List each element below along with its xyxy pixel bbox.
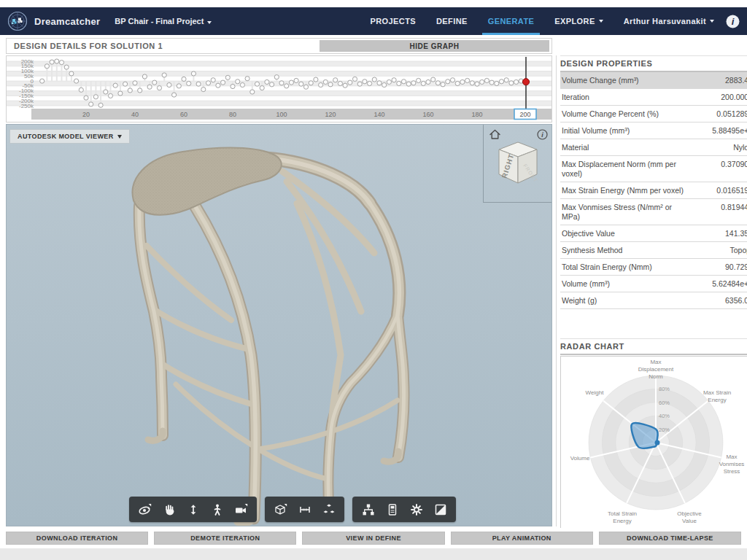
viewer-toolbar: [129, 497, 456, 522]
svg-text:20: 20: [82, 111, 90, 118]
chevron-down-icon: [710, 20, 714, 23]
property-row[interactable]: Objective Value 141.353: [560, 225, 747, 242]
svg-text:Max StrainEnergy: Max StrainEnergy: [703, 389, 731, 403]
svg-text:200: 200: [519, 111, 530, 118]
svg-text:i: i: [732, 16, 735, 27]
demote-iteration-button[interactable]: DEMOTE ITERATION: [154, 532, 296, 545]
svg-text:80: 80: [229, 111, 236, 118]
svg-text:140: 140: [374, 111, 384, 118]
view-cube-widget: i RIGHT FRONT: [483, 125, 552, 203]
user-menu[interactable]: Arthur Harsuvanakit: [624, 7, 714, 35]
svg-text:Total StrainEnergy: Total StrainEnergy: [608, 510, 637, 524]
settings-icon[interactable]: [404, 499, 428, 519]
svg-text:60%: 60%: [659, 400, 670, 406]
view-in-define-button[interactable]: VIEW IN DEFINE: [302, 532, 444, 545]
play-animation-button[interactable]: PLAY ANIMATION: [451, 532, 593, 545]
property-row[interactable]: Volume (mm³) 5.62484e+0: [560, 276, 747, 292]
tab-define[interactable]: DEFINE: [436, 7, 468, 35]
hide-graph-button[interactable]: HIDE GRAPH: [320, 40, 549, 52]
footer-bar: DOWNLOAD ITERATION DEMOTE ITERATION VIEW…: [0, 528, 747, 548]
section-icon[interactable]: [268, 499, 293, 519]
panel-divider: [556, 55, 557, 526]
radar-chart-title: RADAR CHART: [560, 338, 747, 355]
svg-text:Weight: Weight: [586, 389, 605, 396]
info-icon[interactable]: i: [726, 15, 740, 28]
model-viewport[interactable]: AUTODESK MODEL VIEWER i RIGHT FRONT: [6, 124, 552, 526]
tab-projects[interactable]: PROJECTS: [371, 7, 417, 35]
navigation-tool-group: [129, 497, 257, 522]
iteration-chart[interactable]: 20406080100120140160180200k150k100k50k0-…: [7, 56, 551, 122]
design-properties-panel: DESIGN PROPERTIES Volume Change (mm³) 28…: [560, 55, 747, 309]
svg-text:-250k: -250k: [19, 103, 34, 109]
project-menu[interactable]: BP Chair - Final Project: [115, 17, 212, 26]
pan-icon[interactable]: [157, 499, 181, 519]
property-row[interactable]: Iteration 200.0000: [560, 89, 747, 106]
radar-chart-panel: 20%40%60%80%MaxDisplacementNormMax Strai…: [560, 356, 747, 529]
settings-tool-group: [352, 497, 456, 522]
walk-icon[interactable]: [205, 499, 229, 519]
zoom-icon[interactable]: [181, 499, 205, 519]
chevron-down-icon: [599, 20, 603, 23]
property-row[interactable]: Material Nylon: [560, 139, 747, 156]
svg-text:ObjectiveValue: ObjectiveValue: [677, 510, 702, 524]
property-row[interactable]: Volume Change Percent (%) 0.0512899: [560, 106, 747, 122]
property-row[interactable]: Max Strain Energy (Nmm per voxel) 0.0165…: [560, 182, 747, 199]
orbit-icon[interactable]: [133, 499, 157, 519]
download-time-lapse-button[interactable]: DOWNLOAD TIME-LAPSE: [599, 532, 741, 545]
tab-generate[interactable]: GENERATE: [488, 7, 535, 35]
property-row[interactable]: Synthesis Method Topopt: [560, 242, 747, 259]
inspect-tool-group: [265, 497, 344, 522]
svg-text:60: 60: [180, 111, 187, 118]
measure-icon[interactable]: [293, 499, 317, 519]
model-viewer-dropdown[interactable]: AUTODESK MODEL VIEWER: [9, 129, 130, 144]
page-bottom-strip: [0, 548, 747, 560]
svg-text:120: 120: [325, 111, 336, 118]
property-row[interactable]: Volume Change (mm³) 2883.41: [560, 72, 747, 89]
explode-icon[interactable]: [317, 499, 341, 519]
svg-text:180: 180: [471, 111, 482, 118]
property-row[interactable]: Initial Volume (mm³) 5.88495e+0: [560, 122, 747, 139]
svg-text:80%: 80%: [659, 386, 670, 392]
view-cube[interactable]: RIGHT FRONT: [484, 138, 551, 201]
svg-text:20%: 20%: [659, 427, 670, 433]
chair-model: [109, 136, 422, 526]
download-iteration-button[interactable]: DOWNLOAD ITERATION: [6, 532, 148, 545]
camera-icon[interactable]: [229, 499, 253, 519]
design-properties-title: DESIGN PROPERTIES: [560, 55, 747, 72]
app-title: Dreamcatcher: [34, 16, 100, 27]
svg-text:MaxVonmisesStress: MaxVonmisesStress: [719, 454, 745, 475]
svg-text:40: 40: [131, 111, 139, 118]
tab-explore[interactable]: EXPLORE: [554, 7, 603, 35]
fullscreen-icon[interactable]: [428, 499, 452, 519]
svg-text:160: 160: [422, 111, 433, 118]
svg-text:100: 100: [276, 111, 287, 118]
property-row[interactable]: Weight (g) 6356.06: [560, 292, 747, 309]
iteration-graph-panel: 20406080100120140160180200k150k100k50k0-…: [6, 55, 552, 122]
property-row[interactable]: Max Vonmises Stress (N/mm² or MPa) 0.819…: [560, 199, 747, 225]
properties-icon[interactable]: [380, 499, 404, 519]
svg-text:Volume: Volume: [570, 455, 590, 462]
top-navbar: Dreamcatcher BP Chair - Final Project PR…: [0, 7, 747, 35]
radar-chart: 20%40%60%80%MaxDisplacementNormMax Strai…: [561, 357, 747, 529]
chevron-down-icon: [207, 21, 212, 24]
property-row[interactable]: Max Displacement Norm (mm per voxel) 0.3…: [560, 156, 747, 182]
dreamcatcher-logo-icon: [7, 11, 28, 31]
svg-text:40%: 40%: [659, 413, 670, 419]
design-details-bar: DESIGN DETAILS FOR SOLUTION 1 HIDE GRAPH: [6, 38, 552, 54]
page-title: DESIGN DETAILS FOR SOLUTION 1: [14, 39, 163, 53]
property-row[interactable]: Total Strain Energy (Nmm) 90.7298: [560, 259, 747, 276]
chevron-down-icon: [117, 135, 122, 139]
model-structure-icon[interactable]: [356, 499, 380, 519]
